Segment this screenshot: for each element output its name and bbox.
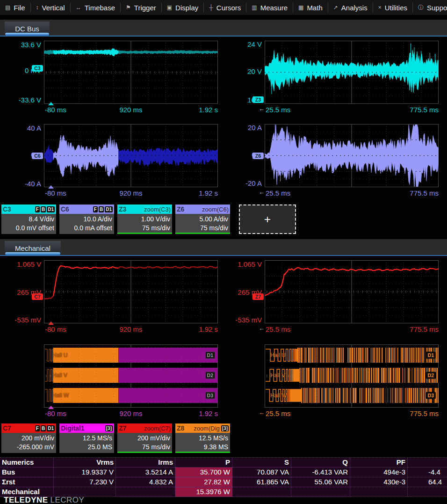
menu-item-cursors[interactable]: ┼Cursors — [204, 2, 246, 13]
menu-item-vertical[interactable]: ↕Vertical — [31, 2, 71, 13]
menu-item-measure[interactable]: ▥Measure — [246, 2, 293, 13]
menu-item-math[interactable]: ▦Math — [293, 2, 328, 13]
y-axis-label: -33.6 V — [19, 95, 41, 103]
numerics-header-cell: Irms — [116, 458, 175, 467]
x-axis-label: 25.5 ms — [266, 409, 290, 417]
descriptor-title: zoom(C7) — [144, 425, 171, 432]
descriptor-badge-d1: D1 — [47, 206, 55, 212]
tab-mechanical[interactable]: Mechanical — [5, 241, 61, 255]
channel-position-badge-z7[interactable]: Z7 — [252, 293, 264, 300]
x-axis-label: 775.5 ms — [410, 325, 439, 333]
menu-item-file[interactable]: ▤File — [0, 2, 31, 13]
x-axis-label: -80 ms — [45, 409, 66, 417]
descriptor-offset: 9.38 MS — [175, 443, 228, 452]
channel-id: C7 — [3, 424, 11, 432]
numerics-value-cell: 70.087 VA — [232, 467, 291, 477]
digital-line-badge-d2[interactable]: D2 — [205, 372, 215, 379]
trigger-time-marker[interactable] — [48, 406, 54, 409]
descriptor-header: Z8zoom(Dig[3] — [175, 424, 230, 433]
grid-dl[interactable]: Hall UD1Hall VD2Hall WD3-80 ms920 ms1.92… — [44, 344, 218, 408]
numerics-value-cell: 430e-3 — [350, 477, 408, 487]
menu-item-support[interactable]: ⓘSupport — [413, 2, 447, 13]
menu-bar: ▤File↕Vertical↔Timebase⚑Trigger▣Display┼… — [0, 0, 447, 16]
descriptor-badge-b: B — [41, 206, 46, 212]
menu-item-timebase[interactable]: ↔Timebase — [71, 2, 121, 13]
channel-position-badge-z6[interactable]: Z6 — [252, 153, 264, 159]
x-axis-label: 1.92 s — [199, 325, 218, 333]
descriptor-row-dcbus: C3FBD18.4 V/div0.0 mV offsetC6FBD110.0 A… — [1, 205, 296, 234]
descriptor-badge-f: F — [93, 206, 98, 212]
tab-dc-bus-label: DC Bus — [15, 25, 39, 33]
channel-position-badge-c6[interactable]: C6 — [32, 153, 43, 159]
channel-descriptor-z8[interactable]: Z8zoom(Dig[3]12.5 MS/s9.38 MS — [175, 424, 230, 453]
x-axis-label: 25.5 ms — [266, 325, 290, 333]
digital-line-badge-d1[interactable]: D1 — [205, 352, 215, 359]
menu-item-label: Utilities — [385, 4, 407, 12]
cursors-icon: ┼ — [209, 5, 213, 10]
grid-z7[interactable]: 1.065 V265 mV-535 mV25.5 ms775.5 msZ7← — [265, 260, 439, 323]
zoom-position-arrow-icon: ← — [259, 189, 265, 196]
trigger-time-marker[interactable] — [48, 102, 54, 105]
channel-descriptor-z3[interactable]: Z3zoom(C3)1.00 V/div75 ms/div — [117, 205, 172, 234]
trigger-time-marker[interactable] — [48, 185, 54, 189]
x-axis-label: 775.5 ms — [410, 106, 439, 114]
numerics-value-cell: 4.832 A — [116, 477, 175, 487]
descriptor-badge-3: [3] — [105, 425, 113, 431]
digital-line-badge-d2[interactable]: D2 — [426, 372, 436, 379]
menu-item-label: Cursors — [216, 4, 241, 12]
channel-descriptor-z7[interactable]: Z7zoom(C7)200 mV/div75 ms/div — [117, 424, 172, 453]
channel-descriptor-c7[interactable]: C7FBD1200 mV/div-265.000 mV — [1, 424, 56, 453]
add-trace-button[interactable]: + — [239, 205, 296, 234]
grid-c3[interactable]: 33.6 V0 mV-33.6 V-80 ms920 ms1.92 sC3 — [44, 41, 218, 104]
grid-z6[interactable]: 20 A0 A-20 A25.5 ms775.5 msZ6← — [265, 124, 439, 187]
numerics-value-cell: 19.9337 V — [54, 467, 116, 477]
zoom-position-arrow-icon: ← — [259, 409, 265, 416]
descriptor-header: C7FBD1 — [1, 424, 56, 433]
channel-descriptor-digital1[interactable]: Digital1[3]12.5 MS/s25.0 MS — [59, 424, 114, 453]
menu-item-utilities[interactable]: ×Utilities — [373, 2, 413, 13]
digital-line-badge-d1[interactable]: D1 — [426, 352, 436, 359]
descriptor-scale: 1.00 V/div — [117, 215, 170, 224]
trigger-icon: ⚑ — [126, 5, 131, 10]
digital-line-badge-d3[interactable]: D3 — [426, 392, 436, 399]
file-icon: ▤ — [5, 5, 10, 10]
descriptor-title: zoom(C3) — [144, 206, 171, 213]
menu-item-label: Trigger — [134, 4, 156, 12]
menu-item-analysis[interactable]: ↗Analysis — [328, 2, 373, 13]
analysis-icon: ↗ — [333, 5, 338, 10]
menu-item-display[interactable]: ▣Display — [162, 2, 204, 13]
hall-label-w: Hall W — [52, 392, 69, 399]
channel-descriptor-z6[interactable]: Z6zoom(C6)5.00 A/div75 ms/div — [175, 205, 230, 234]
menu-item-trigger[interactable]: ⚑Trigger — [121, 2, 162, 13]
grid-c6[interactable]: 40 A0 A-40 A-80 ms920 ms1.92 sC6 — [44, 124, 218, 187]
channel-descriptor-c6[interactable]: C6FBD110.0 A/div0.0 mA offset — [59, 205, 114, 234]
numerics-value-cell — [408, 487, 447, 497]
zoom-position-arrow-icon: ← — [259, 325, 265, 332]
digital-line-badge-d3[interactable]: D3 — [205, 392, 215, 399]
descriptor-badge-f: F — [35, 206, 40, 212]
descriptor-scale: 10.0 A/div — [59, 215, 112, 224]
numerics-value-cell: -6.413 VAR — [291, 467, 350, 477]
hall-label-u: Hall U — [52, 352, 68, 358]
numerics-value-cell — [232, 487, 291, 497]
trigger-time-marker[interactable] — [48, 321, 54, 325]
grid-c7[interactable]: 1.065 V265 mV-535 mV-80 ms920 ms1.92 sC7 — [44, 260, 218, 323]
descriptor-scale: 12.5 MS/s — [175, 434, 228, 443]
channel-descriptor-c3[interactable]: C3FBD18.4 V/div0.0 mV offset — [1, 205, 56, 234]
menu-item-label: Display — [175, 4, 198, 12]
descriptor-body: 10.0 A/div0.0 mA offset — [59, 214, 114, 233]
channel-position-badge-c7[interactable]: C7 — [32, 293, 43, 300]
channel-position-badge-z3[interactable]: Z3 — [252, 96, 264, 103]
grid-z3[interactable]: 24 V20 V16 V25.5 ms775.5 msZ3← — [265, 41, 439, 104]
channel-id: Z6 — [177, 205, 184, 213]
x-axis-label: 25.5 ms — [266, 189, 290, 197]
descriptor-badge-f: F — [35, 425, 40, 431]
descriptor-scale: 200 mV/div — [1, 434, 54, 443]
channel-position-badge-c3[interactable]: C3 — [32, 65, 43, 72]
hall-label-w: Hall W — [270, 392, 287, 399]
grid-dr[interactable]: Hall UD1Hall VD2Hall WD325.5 ms775.5 ms← — [265, 344, 439, 408]
oscilloscope-screen: ▤File↕Vertical↔Timebase⚑Trigger▣Display┼… — [0, 0, 447, 504]
y-axis-label: -535 mV — [235, 315, 262, 323]
numerics-value-cell: -4.4 — [408, 467, 447, 477]
tab-dc-bus[interactable]: DC Bus — [5, 22, 50, 36]
